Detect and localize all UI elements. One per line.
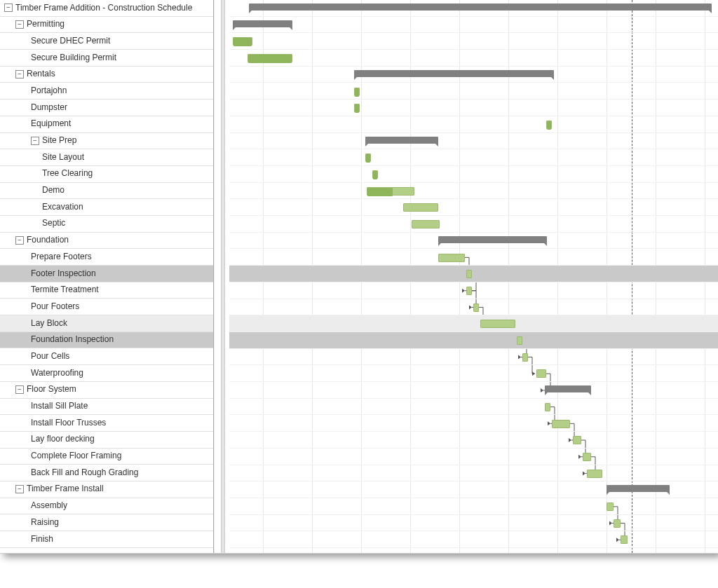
- task-row[interactable]: Dumpster: [0, 100, 213, 116]
- task-row[interactable]: Pour Footers: [0, 299, 213, 315]
- task-label: Raising: [31, 514, 59, 531]
- task-row[interactable]: Raising: [0, 514, 213, 531]
- gantt-row: [229, 266, 718, 282]
- gantt-row: [229, 166, 718, 183]
- task-row[interactable]: Lay Block: [0, 315, 213, 332]
- task-row[interactable]: Lay floor decking: [0, 432, 213, 449]
- task-row[interactable]: Install Sill Plate: [0, 399, 213, 416]
- task-label: Foundation Inspection: [31, 332, 114, 348]
- task-row[interactable]: Portajohn: [0, 83, 213, 100]
- task-row[interactable]: Install Floor Trusses: [0, 415, 213, 432]
- task-row[interactable]: Demo: [0, 183, 213, 200]
- collapse-icon[interactable]: −: [15, 385, 24, 394]
- task-bar[interactable]: [372, 170, 378, 179]
- gantt-chart-panel[interactable]: [214, 0, 718, 553]
- task-bar[interactable]: [367, 187, 414, 196]
- task-label: Timber Frame Install: [27, 481, 104, 498]
- task-bar[interactable]: [403, 203, 438, 212]
- task-row[interactable]: Septic: [0, 216, 213, 233]
- task-row[interactable]: Secure DHEC Permit: [0, 33, 213, 50]
- progress-fill: [248, 55, 292, 63]
- collapse-icon[interactable]: −: [15, 20, 24, 29]
- task-bar[interactable]: [466, 287, 472, 295]
- task-row[interactable]: Termite Treatment: [0, 282, 213, 299]
- collapse-icon[interactable]: −: [15, 70, 24, 78]
- task-label: Install Sill Plate: [31, 399, 88, 415]
- task-bar[interactable]: [248, 54, 292, 62]
- summary-bar[interactable]: [545, 385, 591, 392]
- summary-bar[interactable]: [438, 236, 547, 243]
- task-bar[interactable]: [522, 353, 528, 362]
- task-bar[interactable]: [621, 535, 628, 544]
- task-bar[interactable]: [536, 369, 546, 378]
- task-row[interactable]: Tree Clearing: [0, 166, 213, 183]
- gantt-row: [229, 332, 718, 349]
- task-row[interactable]: Footer Inspection: [0, 266, 213, 282]
- task-bar[interactable]: [587, 470, 602, 478]
- task-bar[interactable]: [552, 420, 570, 428]
- task-label: Secure Building Permit: [31, 50, 116, 66]
- task-row[interactable]: Prepare Footers: [0, 249, 213, 266]
- task-row[interactable]: Pour Cells: [0, 348, 213, 365]
- task-row[interactable]: Equipment: [0, 116, 213, 133]
- gantt-row: [229, 216, 718, 233]
- summary-bar[interactable]: [354, 70, 554, 77]
- task-row[interactable]: −Foundation: [0, 233, 213, 249]
- collapse-icon[interactable]: −: [15, 236, 24, 245]
- progress-fill: [366, 154, 370, 163]
- collapse-icon[interactable]: −: [4, 4, 13, 12]
- task-label: Site Layout: [42, 149, 84, 165]
- task-label: Finish: [31, 531, 53, 547]
- task-row[interactable]: −Site Prep: [0, 133, 213, 150]
- task-bar[interactable]: [583, 453, 591, 461]
- task-row[interactable]: −Permitting: [0, 17, 213, 34]
- task-bar[interactable]: [354, 104, 360, 112]
- task-row[interactable]: Back Fill and Rough Grading: [0, 465, 213, 481]
- task-bar[interactable]: [412, 220, 440, 228]
- task-bar[interactable]: [546, 121, 552, 129]
- summary-bar[interactable]: [233, 20, 292, 27]
- task-row[interactable]: Complete Floor Framing: [0, 449, 213, 465]
- task-bar[interactable]: [607, 502, 614, 511]
- task-label: Dumpster: [31, 100, 67, 116]
- gantt-row: [229, 50, 718, 67]
- task-row[interactable]: Excavation: [0, 199, 213, 216]
- gantt-app: −Timber Frame Addition - Construction Sc…: [0, 0, 718, 554]
- progress-fill: [373, 171, 377, 179]
- task-bar[interactable]: [466, 270, 472, 278]
- task-row[interactable]: Waterproofing: [0, 365, 213, 382]
- task-row[interactable]: −Timber Frame Addition - Construction Sc…: [0, 0, 213, 17]
- gantt-row: [229, 399, 718, 416]
- collapse-icon[interactable]: −: [15, 485, 24, 493]
- task-row[interactable]: Assembly: [0, 498, 213, 515]
- summary-bar[interactable]: [607, 485, 670, 492]
- task-bar[interactable]: [480, 320, 515, 328]
- task-bar[interactable]: [545, 403, 550, 411]
- task-list-panel[interactable]: −Timber Frame Addition - Construction Sc…: [0, 0, 214, 553]
- gantt-row: [229, 382, 718, 399]
- task-row[interactable]: −Rentals: [0, 67, 213, 83]
- task-row[interactable]: −Floor System: [0, 382, 213, 399]
- task-bar[interactable]: [354, 88, 360, 96]
- task-bar[interactable]: [517, 336, 522, 345]
- summary-bar[interactable]: [365, 137, 438, 144]
- task-row[interactable]: Site Layout: [0, 149, 213, 166]
- task-bar[interactable]: [573, 436, 581, 444]
- task-bar[interactable]: [614, 519, 621, 528]
- progress-fill: [355, 104, 359, 113]
- task-bar[interactable]: [365, 153, 371, 162]
- task-row[interactable]: Finish: [0, 531, 213, 548]
- task-row[interactable]: −Timber Frame Install: [0, 481, 213, 498]
- gantt-gutter: [221, 0, 225, 553]
- task-bar[interactable]: [438, 254, 465, 262]
- task-label: Portajohn: [31, 83, 67, 99]
- task-label: Equipment: [31, 116, 71, 132]
- task-label: Pour Cells: [31, 348, 69, 364]
- task-row[interactable]: Secure Building Permit: [0, 50, 213, 67]
- summary-bar[interactable]: [249, 4, 712, 11]
- collapse-icon[interactable]: −: [31, 137, 39, 145]
- task-bar[interactable]: [233, 37, 252, 46]
- task-bar[interactable]: [473, 303, 479, 312]
- gantt-row: [229, 149, 718, 166]
- task-row[interactable]: Foundation Inspection: [0, 332, 213, 349]
